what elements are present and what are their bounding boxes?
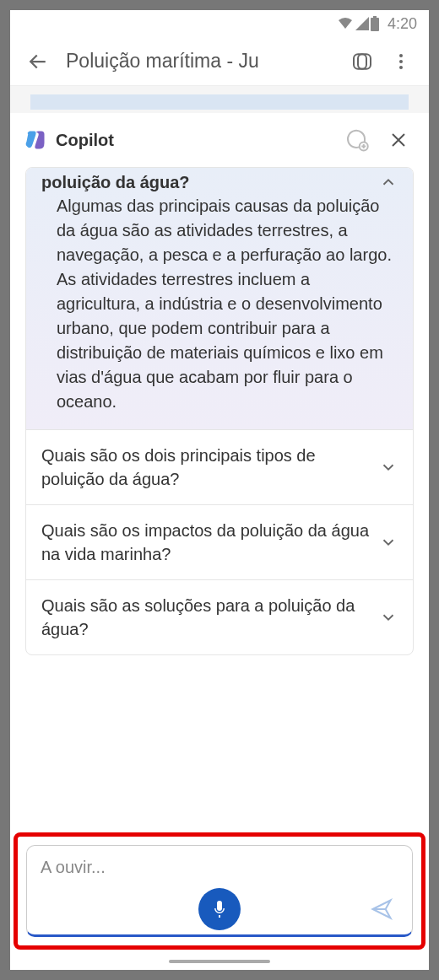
faq-question-text: poluição da água? (41, 173, 190, 192)
battery-icon (371, 16, 379, 31)
send-button[interactable] (365, 892, 398, 926)
faq-item-collapsed[interactable]: Quais são os dois principais tipos de po… (26, 430, 413, 505)
more-vertical-icon (391, 51, 411, 72)
input-placeholder: A ouvir... (41, 858, 398, 877)
chevron-down-icon (379, 608, 398, 627)
arrow-left-icon (25, 49, 51, 74)
chevron-down-icon (379, 458, 398, 477)
svg-rect-1 (373, 16, 377, 18)
faq-question-text: Quais são os impactos da poluição da águ… (41, 519, 379, 566)
svg-rect-2 (354, 54, 366, 69)
faq-item-collapsed[interactable]: Quais são os impactos da poluição da águ… (26, 505, 413, 580)
back-button[interactable] (19, 42, 57, 81)
status-icons (337, 16, 379, 31)
status-time: 4:20 (388, 15, 417, 33)
chevron-down-icon (379, 533, 398, 552)
copilot-icon (350, 49, 375, 74)
faq-answer-text: Algumas das principais causas da poluiçã… (41, 194, 398, 414)
copilot-header-button[interactable] (343, 42, 382, 81)
svg-point-6 (399, 66, 403, 69)
home-indicator[interactable] (10, 953, 429, 970)
wifi-icon (337, 17, 354, 30)
more-button[interactable] (382, 42, 420, 81)
faq-card: poluição da água? Algumas das principais… (25, 167, 414, 655)
faq-item-collapsed[interactable]: Quais são as soluções para a poluição da… (26, 580, 413, 654)
new-chat-button[interactable] (339, 123, 373, 157)
close-button[interactable] (382, 123, 415, 157)
copilot-panel-header: Copilot (10, 113, 429, 167)
status-bar: 4:20 (10, 10, 429, 37)
input-area-highlight: A ouvir... (14, 832, 425, 950)
page-title: Poluição marítima - Ju (57, 50, 343, 73)
chat-plus-icon (344, 127, 369, 153)
copilot-panel-title: Copilot (56, 131, 331, 150)
svg-rect-0 (371, 18, 379, 31)
microphone-icon (209, 899, 230, 919)
svg-rect-3 (358, 54, 371, 69)
faq-question-text: Quais são os dois principais tipos de po… (41, 444, 379, 491)
copilot-logo-icon (24, 128, 47, 152)
svg-point-5 (399, 60, 403, 63)
app-header: Poluição marítima - Ju (10, 37, 429, 86)
message-input-box[interactable]: A ouvir... (26, 845, 413, 937)
microphone-button[interactable] (198, 888, 241, 930)
send-icon (370, 897, 393, 921)
content-banner (30, 94, 409, 110)
svg-point-4 (399, 54, 403, 57)
chevron-up-icon (379, 173, 398, 191)
signal-icon (355, 17, 369, 30)
close-icon (388, 130, 409, 150)
faq-question-text: Quais são as soluções para a poluição da… (41, 594, 379, 641)
faq-item-expanded[interactable]: poluição da água? Algumas das principais… (26, 168, 413, 430)
